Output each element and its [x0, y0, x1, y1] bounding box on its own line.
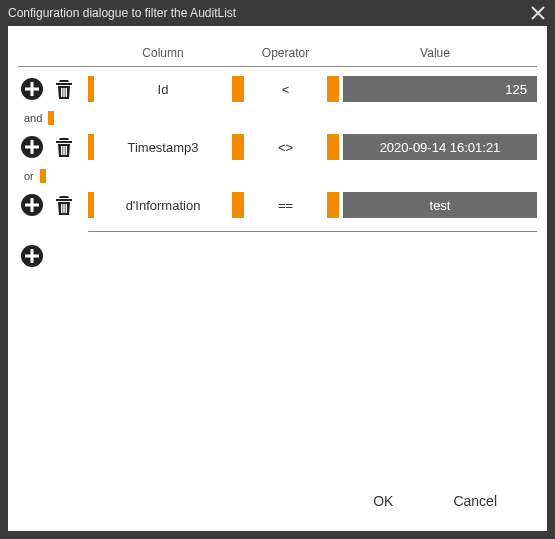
svg-rect-2 [25, 88, 39, 91]
value-input[interactable]: test [343, 192, 537, 218]
filter-area: Column Operator Value Id<125andTimestamp… [18, 46, 537, 481]
svg-rect-16 [63, 204, 65, 213]
column-value: Timestamp3 [94, 140, 232, 155]
header-column: Column [88, 46, 238, 60]
add-filter-button[interactable] [18, 242, 46, 270]
operator-selector[interactable]: == [238, 191, 333, 219]
svg-rect-15 [61, 204, 63, 213]
operator-value: < [244, 82, 327, 97]
window-title: Configuration dialogue to filter the Aud… [8, 6, 236, 20]
trash-icon [52, 193, 76, 217]
value-text: 125 [505, 82, 527, 97]
filter-row: Id<125 [18, 67, 537, 111]
svg-rect-8 [25, 146, 39, 149]
value-text: test [430, 198, 451, 213]
plus-circle-icon [20, 244, 44, 268]
accent-bar [333, 192, 339, 218]
value-cell: 2020-09-14 16:01:21 [333, 133, 537, 161]
svg-rect-11 [66, 146, 68, 155]
dialog-window: Configuration dialogue to filter the Aud… [0, 0, 555, 539]
add-condition-button[interactable] [18, 191, 46, 219]
accent-bar [40, 169, 46, 183]
svg-rect-3 [61, 88, 63, 97]
add-condition-button[interactable] [18, 133, 46, 161]
filter-row: Timestamp3<>2020-09-14 16:01:21 [18, 125, 537, 169]
add-condition-button[interactable] [18, 75, 46, 103]
operator-selector[interactable]: < [238, 75, 333, 103]
svg-rect-4 [63, 88, 65, 97]
add-row [18, 232, 537, 270]
header-operator: Operator [238, 46, 333, 60]
dialog-content: Column Operator Value Id<125andTimestamp… [8, 26, 547, 531]
svg-rect-20 [25, 255, 39, 258]
svg-rect-10 [63, 146, 65, 155]
operator-value: <> [244, 140, 327, 155]
conjunction-label: and [24, 112, 42, 124]
value-text: 2020-09-14 16:01:21 [380, 140, 501, 155]
operator-selector[interactable]: <> [238, 133, 333, 161]
cancel-button[interactable]: Cancel [453, 493, 497, 509]
column-selector[interactable]: d'Information [88, 191, 238, 219]
trash-icon [52, 135, 76, 159]
close-button[interactable] [529, 4, 547, 22]
accent-bar [48, 111, 54, 125]
accent-bar [333, 134, 339, 160]
value-cell: 125 [333, 75, 537, 103]
svg-rect-17 [66, 204, 68, 213]
delete-condition-button[interactable] [50, 75, 78, 103]
close-icon [531, 6, 545, 20]
column-value: d'Information [94, 198, 232, 213]
svg-rect-9 [61, 146, 63, 155]
row-actions [18, 133, 88, 161]
row-actions [18, 75, 88, 103]
dialog-footer: OK Cancel [18, 481, 537, 521]
conjunction-row[interactable]: or [18, 169, 537, 183]
operator-value: == [244, 198, 327, 213]
trash-icon [52, 77, 76, 101]
column-value: Id [94, 82, 232, 97]
svg-rect-14 [25, 204, 39, 207]
ok-button[interactable]: OK [373, 493, 393, 509]
filter-row: d'Information==test [18, 183, 537, 227]
row-actions [18, 191, 88, 219]
plus-circle-icon [20, 77, 44, 101]
plus-circle-icon [20, 193, 44, 217]
conjunction-row[interactable]: and [18, 111, 537, 125]
column-selector[interactable]: Id [88, 75, 238, 103]
header-row: Column Operator Value [18, 46, 537, 67]
delete-condition-button[interactable] [50, 191, 78, 219]
titlebar: Configuration dialogue to filter the Aud… [0, 0, 555, 26]
header-value: Value [333, 46, 537, 60]
svg-rect-5 [66, 88, 68, 97]
conjunction-label: or [24, 170, 34, 182]
value-input[interactable]: 125 [343, 76, 537, 102]
accent-bar [333, 76, 339, 102]
delete-condition-button[interactable] [50, 133, 78, 161]
column-selector[interactable]: Timestamp3 [88, 133, 238, 161]
value-input[interactable]: 2020-09-14 16:01:21 [343, 134, 537, 160]
plus-circle-icon [20, 135, 44, 159]
value-cell: test [333, 191, 537, 219]
